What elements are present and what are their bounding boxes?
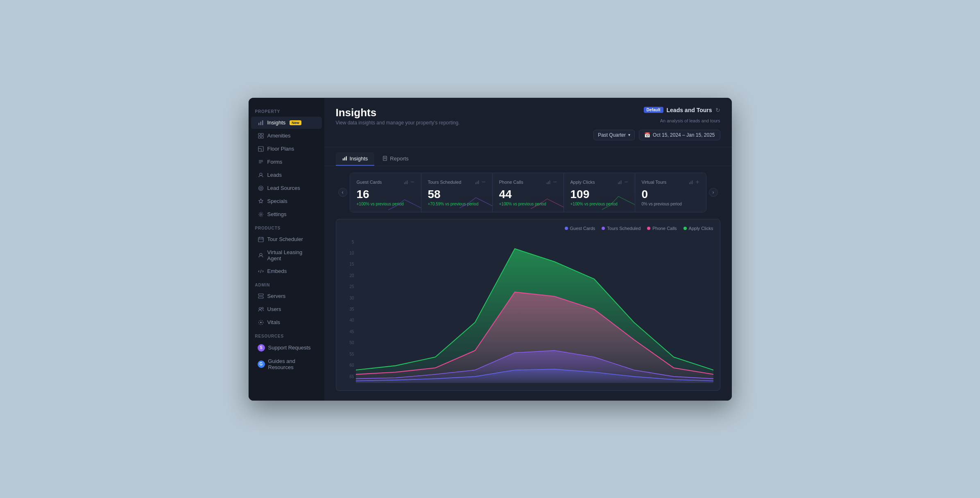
embeds-icon [258,268,264,275]
chart-icon-2 [546,180,551,184]
sidebar-item-insights[interactable]: Insights New [251,117,322,129]
sidebar-item-guides-label: Guides and Resources [268,358,315,370]
svg-rect-4 [261,133,263,135]
metric-card-phone-calls: Phone Calls − 44 +100% vs previous perio… [493,173,564,212]
sidebar-item-leads[interactable]: Leads [251,169,322,181]
area-chart [356,236,713,383]
sidebar-item-settings[interactable]: Settings [251,208,322,221]
y-label-10: 10 [343,251,354,255]
chevron-down-icon: ▾ [628,133,630,137]
sidebar-item-virtual-leasing[interactable]: Virtual Leasing Agent [251,246,322,264]
sidebar-item-vitals[interactable]: Vitals [251,316,322,329]
svg-point-21 [260,253,262,256]
metric-card-apply-clicks: Apply Clicks − 109 +100% vs previous per… [564,173,635,212]
svg-rect-45 [619,181,620,184]
insights-tab-icon [342,156,347,161]
svg-rect-39 [477,181,478,184]
svg-line-22 [260,270,261,273]
new-badge: New [290,120,301,125]
chart-icon-4 [689,180,694,184]
period-label: Past Quarter [598,132,626,138]
legend-dot-phone-calls [647,227,650,230]
svg-rect-43 [550,180,550,184]
lead-sources-icon [258,185,264,192]
collapse-icon-0[interactable]: − [410,179,414,185]
metric-card-tours-scheduled: Tours Scheduled − 58 +70.59% vs previous… [421,173,493,212]
svg-rect-44 [618,182,619,184]
next-arrow[interactable]: › [709,188,718,197]
legend-label-tours: Tours Scheduled [607,226,641,231]
metric-card-actions-0: − [404,179,414,185]
svg-rect-6 [261,136,263,138]
sparkline-3 [602,192,635,212]
y-label-30: 30 [343,296,354,300]
y-label-55: 55 [343,352,354,356]
svg-rect-35 [404,182,405,184]
prev-arrow[interactable]: ‹ [338,188,347,197]
svg-point-26 [262,307,263,309]
report-description: An analysis of leads and tours [660,118,720,123]
svg-rect-7 [258,146,263,151]
sidebar-item-guides[interactable]: G Guides and Resources [251,355,322,373]
legend-guest-cards: Guest Cards [565,226,595,231]
sidebar: Property Insights New Amenities Floor Pl… [249,98,324,401]
sidebar-item-users[interactable]: Users [251,303,322,315]
tab-reports[interactable]: Reports [376,152,415,166]
sidebar-item-forms-label: Forms [267,159,283,165]
guides-badge: G [258,361,265,368]
sidebar-item-specials[interactable]: Specials [251,195,322,207]
collapse-icon-3[interactable]: − [624,179,628,185]
sidebar-item-virtual-leasing-label: Virtual Leasing Agent [267,249,315,261]
sidebar-item-embeds[interactable]: Embeds [251,265,322,277]
collapse-icon-1[interactable]: − [482,179,485,185]
metric-card-actions-3: − [618,179,628,185]
svg-rect-1 [260,122,261,125]
sidebar-item-lead-sources[interactable]: Lead Sources [251,182,322,194]
metric-change-4: 0% vs previous period [642,202,699,206]
main-content: Insights View data insights and manage y… [324,98,732,401]
date-range-selector[interactable]: 📅 Oct 15, 2024 – Jan 15, 2025 [639,130,720,140]
sidebar-section-property: Property [249,104,324,116]
period-selector[interactable]: Past Quarter ▾ [593,130,635,140]
chart-svg-wrap [356,236,713,383]
svg-point-15 [260,187,262,189]
specials-icon [258,198,264,205]
sidebar-item-servers[interactable]: Servers [251,290,322,302]
svg-rect-24 [258,297,263,298]
page-subtitle: View data insights and manage your prope… [336,120,460,126]
svg-rect-3 [258,133,260,135]
tab-insights[interactable]: Insights [336,152,375,166]
chart-icon-1 [475,180,480,184]
svg-rect-37 [407,180,408,184]
metric-card-header-3: Apply Clicks − [570,179,628,185]
svg-rect-42 [548,181,549,184]
svg-rect-0 [258,123,260,125]
metric-value-4: 0 [642,189,699,200]
sidebar-item-floor-plans[interactable]: Floor Plans [251,143,322,155]
svg-rect-38 [475,182,476,184]
chart-svg-container: 65 60 55 50 45 40 35 30 25 20 15 10 5 [343,236,713,383]
metric-label-4: Virtual Tours [642,180,667,185]
sidebar-item-amenities[interactable]: Amenities [251,130,322,142]
svg-point-13 [260,173,262,176]
legend-label-phone-calls: Phone Calls [652,226,677,231]
y-label-20: 20 [343,273,354,278]
legend-label-guest-cards: Guest Cards [570,226,595,231]
legend-apply-clicks: Apply Clicks [684,226,713,231]
chart-icon-3 [618,180,622,184]
svg-point-25 [259,307,261,309]
y-axis-labels: 65 60 55 50 45 40 35 30 25 20 15 10 5 [343,236,354,383]
metric-card-header-1: Tours Scheduled − [428,179,486,185]
legend-dot-guest-cards [565,227,568,230]
refresh-button[interactable]: ↻ [715,107,720,113]
sidebar-section-resources: Resources [249,329,324,341]
collapse-icon-2[interactable]: − [553,179,557,185]
expand-icon-4[interactable]: + [695,179,699,185]
header-title-area: Insights View data insights and manage y… [336,107,460,126]
date-range-label: Oct 15, 2024 – Jan 15, 2025 [653,132,715,138]
sidebar-item-tour-scheduler[interactable]: Tour Scheduler [251,233,322,246]
y-label-65: 65 [343,374,354,379]
sidebar-item-forms[interactable]: Forms [251,156,322,168]
y-label-40: 40 [343,318,354,322]
sidebar-item-support-requests[interactable]: S Support Requests [251,341,322,354]
